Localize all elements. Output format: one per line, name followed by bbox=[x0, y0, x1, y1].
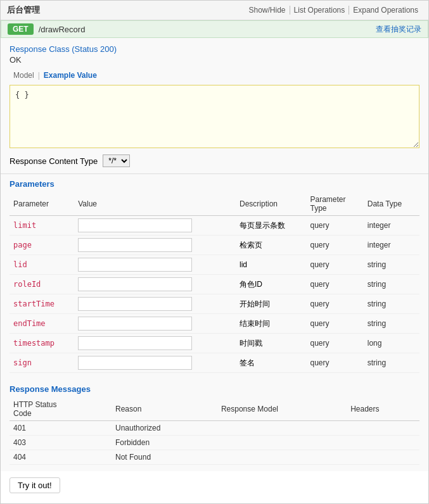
param-type: query bbox=[306, 334, 363, 353]
resp-headers bbox=[347, 450, 419, 465]
param-input[interactable] bbox=[78, 218, 192, 232]
param-type: query bbox=[306, 314, 363, 334]
param-input[interactable] bbox=[78, 336, 192, 350]
resp-model bbox=[217, 421, 347, 436]
resp-reason: Forbidden bbox=[112, 436, 217, 450]
col-reason: Reason bbox=[112, 398, 217, 421]
table-row: roleId 角色ID query string bbox=[10, 275, 419, 294]
param-data-type: string bbox=[364, 314, 419, 334]
table-row: 401 Unauthorized bbox=[10, 421, 419, 436]
response-messages-section: Response Messages HTTP StatusCode Reason… bbox=[1, 379, 428, 471]
param-data-type: string bbox=[364, 294, 419, 314]
col-http-status: HTTP StatusCode bbox=[10, 398, 112, 421]
resp-status: 404 bbox=[10, 450, 112, 465]
col-description: Description bbox=[236, 192, 306, 216]
param-input[interactable] bbox=[78, 356, 192, 370]
param-type: query bbox=[306, 294, 363, 314]
resp-header-row: HTTP StatusCode Reason Response Model He… bbox=[10, 398, 419, 421]
param-name: limit bbox=[13, 221, 36, 230]
page-title: 后台管理 bbox=[7, 4, 40, 16]
table-row: 403 Forbidden bbox=[10, 436, 419, 450]
col-parameter-type: ParameterType bbox=[306, 192, 363, 216]
parameters-title: Parameters bbox=[10, 179, 419, 189]
param-name: page bbox=[13, 241, 32, 249]
list-operations-link[interactable]: List Operations bbox=[290, 6, 350, 15]
param-description: lid bbox=[236, 255, 306, 275]
param-data-type: long bbox=[364, 334, 419, 353]
col-response-model: Response Model bbox=[217, 398, 347, 421]
response-class-title: Response Class (Status 200) bbox=[10, 44, 419, 54]
param-type: query bbox=[306, 216, 363, 236]
param-data-type: string bbox=[364, 255, 419, 275]
table-row: startTime 开始时间 query string bbox=[10, 294, 419, 314]
resp-model bbox=[217, 450, 347, 465]
content-type-select[interactable]: */* bbox=[103, 154, 130, 167]
try-it-section: Try it out! bbox=[1, 471, 428, 500]
col-parameter: Parameter bbox=[10, 192, 74, 216]
param-input[interactable] bbox=[78, 277, 192, 291]
top-bar: 后台管理 Show/Hide List Operations Expand Op… bbox=[1, 1, 428, 20]
param-description: 每页显示条数 bbox=[236, 216, 306, 236]
param-type: query bbox=[306, 255, 363, 275]
resp-reason: Not Found bbox=[112, 450, 217, 465]
resp-status: 401 bbox=[10, 421, 112, 436]
param-type: query bbox=[306, 353, 363, 373]
resp-headers bbox=[347, 436, 419, 450]
example-value-box[interactable] bbox=[10, 85, 419, 148]
param-description: 开始时间 bbox=[236, 294, 306, 314]
table-row: 404 Not Found bbox=[10, 450, 419, 465]
endpoint-bar: GET /drawRecord 查看抽奖记录 bbox=[1, 20, 428, 38]
response-content-type: Response Content Type */* bbox=[10, 154, 419, 167]
content-type-label: Response Content Type bbox=[10, 156, 98, 166]
page-wrapper: 后台管理 Show/Hide List Operations Expand Op… bbox=[0, 0, 429, 504]
endpoint-path: /drawRecord bbox=[39, 25, 86, 34]
table-row: endTime 结束时间 query string bbox=[10, 314, 419, 334]
try-it-button[interactable]: Try it out! bbox=[10, 477, 60, 493]
param-name: lid bbox=[13, 260, 27, 269]
param-data-type: integer bbox=[364, 236, 419, 255]
col-value: Value bbox=[74, 192, 236, 216]
col-headers: Headers bbox=[347, 398, 419, 421]
expand-operations-link[interactable]: Expand Operations bbox=[349, 6, 422, 15]
param-input[interactable] bbox=[78, 258, 192, 272]
params-header-row: Parameter Value Description ParameterTyp… bbox=[10, 192, 419, 216]
param-name: roleId bbox=[13, 280, 41, 289]
parameters-section: Parameters Parameter Value Description P… bbox=[1, 174, 428, 379]
param-type: query bbox=[306, 236, 363, 255]
param-description: 签名 bbox=[236, 353, 306, 373]
param-type: query bbox=[306, 275, 363, 294]
resp-headers bbox=[347, 421, 419, 436]
show-hide-link[interactable]: Show/Hide bbox=[245, 6, 290, 15]
table-row: timestamp 时间戳 query long bbox=[10, 334, 419, 353]
model-tabs: Model | Example Value bbox=[10, 70, 419, 81]
response-messages-table: HTTP StatusCode Reason Response Model He… bbox=[10, 398, 419, 465]
table-row: sign 签名 query string bbox=[10, 353, 419, 373]
param-input[interactable] bbox=[78, 317, 192, 331]
col-data-type: Data Type bbox=[364, 192, 419, 216]
top-bar-links: Show/Hide List Operations Expand Operati… bbox=[245, 6, 422, 15]
view-lottery-link[interactable]: 查看抽奖记录 bbox=[376, 24, 421, 35]
parameters-table: Parameter Value Description ParameterTyp… bbox=[10, 192, 419, 373]
param-description: 结束时间 bbox=[236, 314, 306, 334]
model-tab[interactable]: Model bbox=[10, 70, 38, 81]
param-description: 检索页 bbox=[236, 236, 306, 255]
param-input[interactable] bbox=[78, 238, 192, 252]
endpoint-left: GET /drawRecord bbox=[8, 23, 85, 35]
method-badge: GET bbox=[8, 23, 34, 35]
resp-status: 403 bbox=[10, 436, 112, 450]
example-value-tab[interactable]: Example Value bbox=[40, 70, 101, 81]
table-row: page 检索页 query integer bbox=[10, 236, 419, 255]
param-name: endTime bbox=[13, 319, 46, 328]
response-class-section: Response Class (Status 200) OK Model | E… bbox=[1, 38, 428, 174]
param-name: timestamp bbox=[13, 339, 54, 348]
param-data-type: string bbox=[364, 353, 419, 373]
param-description: 时间戳 bbox=[236, 334, 306, 353]
response-status-ok: OK bbox=[10, 55, 419, 65]
table-row: limit 每页显示条数 query integer bbox=[10, 216, 419, 236]
param-input[interactable] bbox=[78, 297, 192, 311]
response-messages-title: Response Messages bbox=[10, 384, 419, 394]
param-name: startTime bbox=[13, 299, 54, 308]
param-description: 角色ID bbox=[236, 275, 306, 294]
param-name: sign bbox=[13, 358, 32, 367]
resp-reason: Unauthorized bbox=[112, 421, 217, 436]
